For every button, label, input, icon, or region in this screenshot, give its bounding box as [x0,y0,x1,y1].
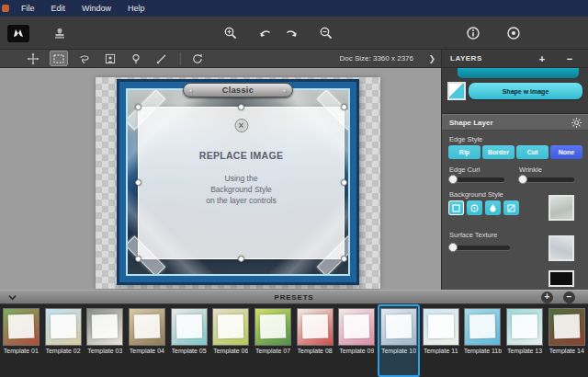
undo-button[interactable] [255,22,276,44]
shadow-texture-thumbnail[interactable] [548,270,574,287]
replace-image-overlay[interactable]: × REPLACE IMAGE Using the Background Sty… [138,107,345,259]
selection-handle[interactable] [341,256,347,262]
add-preset-button[interactable]: + [541,291,553,303]
selection-handle[interactable] [238,104,244,110]
marquee-tool-button[interactable] [50,51,68,66]
line-tool-button[interactable] [153,51,171,66]
portrait-tool-button[interactable] [101,51,119,66]
bg-style-radial-button[interactable] [467,200,482,215]
zoom-in-icon [223,26,238,40]
preset-item[interactable]: Template 01 [0,304,42,377]
selection-handle[interactable] [341,104,347,110]
move-icon [27,52,40,65]
preset-label: Template 04 [130,348,164,354]
surface-texture-thumbnail[interactable] [548,235,574,261]
redo-icon [284,27,299,40]
layer-item-partial[interactable] [458,68,579,78]
preset-item[interactable]: Template 13 [503,304,546,377]
redo-button[interactable] [281,22,301,44]
menu-item[interactable]: Window [74,0,119,17]
menu-item[interactable]: Edit [43,0,74,17]
edge-style-button[interactable]: Rip [448,145,481,159]
remove-preset-button[interactable]: − [563,291,575,303]
selection-handle[interactable] [341,179,347,186]
edge-curl-slider-knob[interactable] [448,175,458,184]
preset-thumb-paper [7,314,34,339]
selection-handle[interactable] [238,256,244,262]
preset-item[interactable]: Template 14 [546,304,588,377]
edge-style-button[interactable]: None [550,145,582,159]
zoom-in-button[interactable] [220,22,241,44]
add-layer-button[interactable]: + [535,50,549,68]
app-logo-icon [7,25,29,42]
zoom-out-icon [319,26,334,40]
selection-handle[interactable] [135,256,141,262]
preset-item[interactable]: Template 08 [294,304,336,377]
wrinkle-label: Wrinkle [519,166,542,174]
stamp-icon [52,27,67,40]
lasso-tool-button[interactable] [75,51,94,66]
document-transparency-background: Classic × [96,77,380,289]
zoom-out-button[interactable] [316,22,336,44]
photo-frame-layer[interactable]: Classic × [117,79,359,285]
surface-texture-slider[interactable] [449,246,510,250]
canvas-area[interactable]: Classic × [0,68,441,290]
layers-list: Shape w image [442,68,588,114]
preset-item[interactable]: Template 11 [420,304,462,377]
background-texture-thumbnail[interactable] [548,195,574,221]
layers-title: LAYERS [450,50,482,68]
close-icon[interactable]: × [234,119,248,132]
marquee-icon [52,52,65,65]
layer-options-button[interactable] [571,117,582,129]
preset-item[interactable]: Template 06 [209,304,252,377]
menu-item[interactable]: File [13,0,43,17]
wrinkle-slider-knob[interactable] [518,175,527,184]
selection-handle[interactable] [135,104,141,110]
edge-style-button[interactable]: Cut [516,145,548,159]
preset-thumb-paper [469,314,496,339]
bg-style-none-button[interactable] [503,200,519,215]
preset-item[interactable]: Template 09 [336,304,379,377]
preset-item[interactable]: Template 05 [168,304,210,377]
bg-style-plain-button[interactable] [448,200,464,215]
selection-handle[interactable] [135,179,141,186]
bg-style-drop-button[interactable] [485,200,501,215]
preset-item[interactable]: Template 10 [378,304,420,377]
info-icon [466,26,481,40]
preset-item[interactable]: Template 07 [252,304,294,377]
shape-layer-title: Shape Layer [449,115,493,131]
presets-bar: PRESETS + − [0,290,588,304]
preset-item[interactable]: Template 02 [42,304,85,377]
edge-curl-label: Edge Curl [449,166,480,174]
rotate-tool-button[interactable] [188,51,207,66]
bulb-tool-button[interactable] [127,51,145,66]
layer-thumbnail[interactable] [447,82,466,100]
replace-line: Background Style [139,184,344,195]
edge-style-button[interactable]: Border [482,145,514,159]
layer-item[interactable]: Shape w image [469,83,582,99]
layer-name: Shape w image [503,88,549,95]
preset-thumb [86,308,123,346]
move-tool-button[interactable] [24,51,42,66]
settings-button[interactable] [503,22,524,44]
doc-size-label: Doc Size: 3360 x 2376 [340,50,414,68]
preset-item[interactable]: Template 04 [126,304,168,377]
preset-list: Template 01 Template 02 Template 03 Temp… [0,304,588,377]
gear-icon [571,117,582,129]
droplet-icon [489,203,497,212]
remove-layer-button[interactable]: − [562,50,577,68]
preset-thumb [297,308,334,346]
wrinkle-slider[interactable] [519,177,574,182]
menu-item[interactable]: Help [119,0,153,17]
toolbar-separator [180,52,181,65]
info-button[interactable] [463,22,483,44]
preset-item[interactable]: Template 11b [462,304,504,377]
chevron-right-icon[interactable]: ❯ [428,50,435,68]
stamp-tool-button[interactable] [50,22,70,44]
surface-texture-slider-knob[interactable] [448,243,458,252]
edge-curl-slider[interactable] [449,177,504,182]
preset-thumb-paper [133,314,160,339]
edge-style-buttons: RipBorderCutNone [448,145,582,159]
preset-item[interactable]: Template 03 [84,304,126,377]
bulb-icon [130,52,142,65]
